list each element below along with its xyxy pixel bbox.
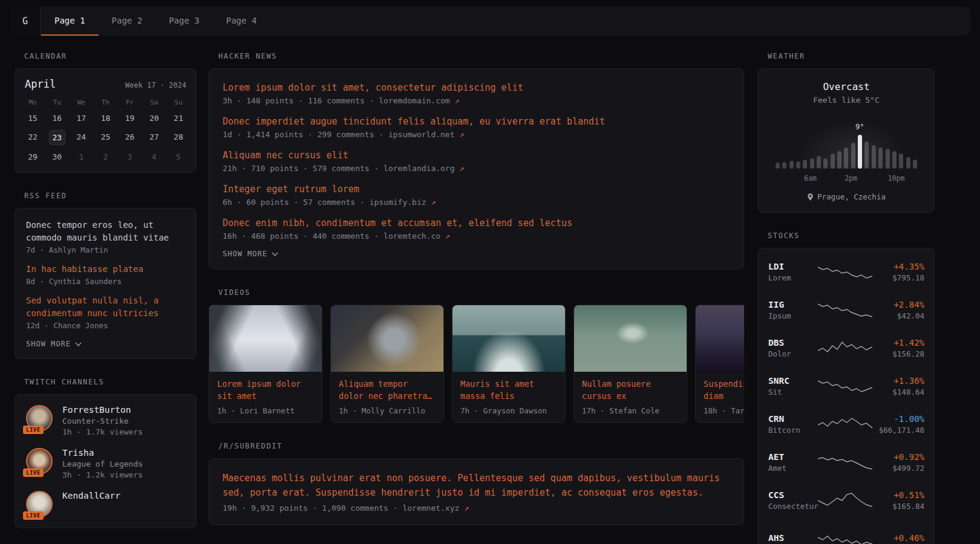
video-meta: 17h · Stefan Cole (582, 406, 679, 415)
hn-item-meta: 21h · 710 points · 579 comments · loreml… (223, 164, 730, 173)
live-badge: LIVE (23, 468, 44, 477)
stock-symbol: LDI (768, 262, 818, 271)
twitch-card: LIVE ForrestBurton Counter-Strike 1h · 1… (15, 394, 197, 528)
tab-page-1[interactable]: Page 1 (41, 7, 99, 36)
tab-page-3[interactable]: Page 3 (155, 7, 213, 36)
calendar-section-title: CALENDAR (24, 52, 197, 60)
video-thumbnail[interactable] (209, 305, 322, 372)
video-title[interactable]: Mauris sit amet massa felis (460, 378, 557, 402)
video-thumbnail[interactable] (331, 305, 443, 372)
stock-price: $42.04 (872, 311, 924, 320)
hn-show-more-button[interactable]: SHOW MORE (223, 250, 730, 258)
hn-item-title[interactable]: Aliquam nec cursus elit (223, 149, 730, 162)
hn-item-title[interactable]: Donec enim nibh, condimentum et accumsan… (223, 216, 730, 230)
video-card[interactable]: Nullam posuere cursus ex 17h · Stefan Co… (573, 305, 687, 423)
hn-item: Aliquam nec cursus elit 21h · 710 points… (223, 149, 730, 173)
avatar: LIVE (26, 491, 53, 517)
weekday-label: Fr (118, 99, 142, 106)
twitch-channel-row[interactable]: LIVE Trisha League of Legends 3h · 1.2k … (26, 448, 185, 479)
twitch-channel-category: Counter-Strike (62, 416, 143, 426)
video-thumbnail[interactable] (696, 305, 744, 372)
subreddit-post-domain[interactable]: loremnet.xyz (402, 504, 459, 513)
hn-item-domain[interactable]: ipsumworld.net (388, 130, 455, 139)
stock-name: Sit (768, 387, 818, 397)
rss-show-more-button[interactable]: SHOW MORE (26, 340, 185, 348)
weekday-label: Tu (45, 99, 69, 106)
map-pin-icon (807, 193, 814, 201)
weather-bar (864, 141, 869, 169)
stock-price: $499.72 (872, 464, 924, 473)
app-logo[interactable]: G (10, 7, 41, 36)
twitch-channel-row[interactable]: LIVE KendallCarr (26, 491, 185, 517)
weather-bar (782, 162, 786, 169)
weather-bar (831, 154, 835, 169)
stock-row[interactable]: SNRCSit +1.36%$148.64 (768, 371, 924, 401)
stock-row[interactable]: LDILorem +4.35%$795.18 (768, 257, 924, 287)
stock-price: $66,171.48 (872, 426, 924, 435)
calendar-day: 26 (118, 130, 142, 145)
video-title[interactable]: Suspendisse sed diam (704, 378, 744, 402)
video-title[interactable]: Lorem ipsum dolor sit amet consectetu… (217, 378, 314, 402)
rss-item-meta: 7d · Ashlyn Martin (26, 245, 185, 254)
weekday-label: We (69, 99, 93, 106)
rss-item-title[interactable]: In hac habitasse platea (26, 263, 185, 276)
rss-widget: RSS FEED Donec tempor eros leo, ut commo… (15, 192, 197, 359)
hn-item-title[interactable]: Lorem ipsum dolor sit amet, consectetur … (223, 81, 730, 94)
hn-item-title[interactable]: Donec imperdiet augue tincidunt felis al… (223, 115, 730, 128)
calendar-day: 18 (93, 111, 117, 125)
weather-bar (858, 135, 862, 169)
rss-item: In hac habitasse platea 8d · Cynthia Sau… (26, 263, 185, 286)
subreddit-post-title[interactable]: Maecenas mollis pulvinar erat non posuer… (223, 471, 730, 500)
subreddit-post-meta: 19h · 9,932 points · 1,090 comments · lo… (223, 504, 730, 513)
content-columns: CALENDAR April Week 17 · 2024 Mo Tu We T… (0, 36, 980, 544)
calendar-day: 17 (69, 111, 93, 125)
video-thumbnail[interactable] (452, 305, 565, 372)
video-title[interactable]: Nullam posuere cursus ex (582, 378, 679, 402)
calendar-day: 21 (166, 111, 191, 125)
tab-page-4[interactable]: Page 4 (213, 7, 270, 36)
stock-symbol: IIG (768, 300, 818, 309)
stock-row[interactable]: IIGIpsum +2.84%$42.04 (768, 295, 924, 325)
video-meta: 1h · Molly Carrillo (339, 406, 436, 415)
weekday-label: Mo (21, 99, 45, 106)
video-card[interactable]: Aliquam tempor dolor nec pharetra… 1h · … (330, 305, 444, 423)
videos-widget: VIDEOS Lorem ipsum dolor sit amet consec… (209, 288, 744, 423)
weather-widget: WEATHER Overcast Feels like 5°C 9° 6am 2… (758, 52, 935, 213)
twitch-channel-row[interactable]: LIVE ForrestBurton Counter-Strike 1h · 1… (26, 405, 185, 436)
hn-item-domain[interactable]: ipsumify.biz (370, 198, 426, 207)
stock-row[interactable]: AHS +0.46% (768, 523, 924, 544)
stock-row[interactable]: CCSConsectetur +0.51%$165.84 (768, 485, 924, 516)
calendar-day-next-month: 2 (93, 150, 117, 164)
hn-item-domain[interactable]: loremlandia.org (384, 164, 454, 173)
twitch-channel-name: KendallCarr (62, 491, 120, 500)
weather-bar (810, 158, 814, 169)
stock-row[interactable]: AETAmet +0.92%$499.72 (768, 447, 924, 478)
stock-price: $795.18 (872, 273, 924, 282)
hn-item-domain[interactable]: loremdomain.com (379, 96, 449, 105)
twitch-channel-meta: 1h · 1.7k viewers (62, 427, 143, 436)
weather-bar (796, 161, 800, 169)
calendar-day-next-month: 1 (69, 150, 93, 164)
page-tabs: Page 1 Page 2 Page 3 Page 4 (41, 7, 270, 36)
stock-row[interactable]: CRNBitcorn -1.00%$66,171.48 (768, 409, 924, 439)
hn-item-domain[interactable]: loremtech.co (384, 232, 440, 241)
hn-item-meta: 16h · 468 points · 440 comments · loremt… (223, 232, 730, 241)
video-card[interactable]: Suspendisse sed diam 18h · Tara (695, 305, 744, 423)
video-card[interactable]: Mauris sit amet massa felis 7h · Grayson… (452, 305, 566, 423)
weather-temp-label: 9° (855, 123, 864, 131)
video-title[interactable]: Aliquam tempor dolor nec pharetra… (339, 378, 436, 402)
stock-change: +1.42% (872, 338, 924, 348)
stock-symbol: CRN (768, 414, 818, 424)
calendar-day-next-month: 3 (118, 150, 142, 164)
subreddit-card: Maecenas mollis pulvinar erat non posuer… (209, 458, 744, 525)
tab-page-2[interactable]: Page 2 (99, 7, 156, 36)
hn-item-title[interactable]: Integer eget rutrum lorem (223, 183, 730, 196)
stock-sparkline (818, 453, 872, 471)
hn-item: Integer eget rutrum lorem 6h · 60 points… (223, 183, 730, 207)
rss-item-title[interactable]: Sed volutpat nulla nisl, a condimentum n… (26, 294, 185, 320)
stock-row[interactable]: DBSDolor +1.42%$156.28 (768, 333, 924, 363)
video-card[interactable]: Lorem ipsum dolor sit amet consectetu… 1… (209, 305, 322, 423)
video-thumbnail[interactable] (574, 305, 687, 372)
calendar-widget: CALENDAR April Week 17 · 2024 Mo Tu We T… (15, 52, 197, 173)
rss-item-title[interactable]: Donec tempor eros leo, ut commodo mauris… (26, 219, 185, 244)
